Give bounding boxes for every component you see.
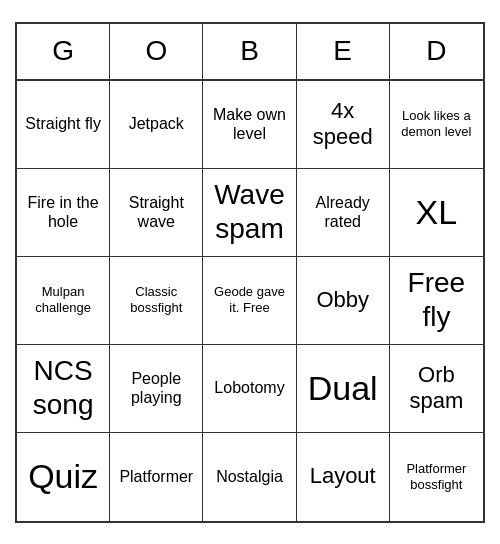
bingo-cell-text-14: Free fly <box>394 266 479 333</box>
bingo-cell-24[interactable]: Platformer bossfight <box>390 433 483 521</box>
bingo-cell-text-24: Platformer bossfight <box>394 461 479 492</box>
bingo-cell-text-19: Orb spam <box>394 362 479 415</box>
bingo-cell-text-13: Obby <box>301 287 385 313</box>
header-col-g: G <box>17 24 110 79</box>
bingo-cell-9[interactable]: XL <box>390 169 483 257</box>
header-col-e: E <box>297 24 390 79</box>
bingo-cell-18[interactable]: Dual <box>297 345 390 433</box>
bingo-cell-4[interactable]: Look likes a demon level <box>390 81 483 169</box>
bingo-cell-14[interactable]: Free fly <box>390 257 483 345</box>
bingo-cell-19[interactable]: Orb spam <box>390 345 483 433</box>
bingo-cell-20[interactable]: Quiz <box>17 433 110 521</box>
bingo-cell-1[interactable]: Jetpack <box>110 81 203 169</box>
bingo-cell-text-4: Look likes a demon level <box>394 108 479 139</box>
bingo-cell-text-21: Platformer <box>114 467 198 486</box>
bingo-cell-text-18: Dual <box>301 368 385 409</box>
bingo-cell-text-17: Lobotomy <box>207 378 291 397</box>
bingo-cell-text-1: Jetpack <box>114 114 198 133</box>
bingo-cell-text-3: 4x speed <box>301 98 385 151</box>
bingo-grid: Straight flyJetpackMake own level4x spee… <box>17 81 483 521</box>
bingo-card: GOBED Straight flyJetpackMake own level4… <box>15 22 485 523</box>
bingo-cell-3[interactable]: 4x speed <box>297 81 390 169</box>
bingo-cell-text-8: Already rated <box>301 193 385 231</box>
bingo-cell-10[interactable]: Mulpan challenge <box>17 257 110 345</box>
bingo-cell-text-2: Make own level <box>207 105 291 143</box>
bingo-cell-text-11: Classic bossfight <box>114 284 198 315</box>
bingo-cell-text-16: People playing <box>114 369 198 407</box>
bingo-cell-22[interactable]: Nostalgia <box>203 433 296 521</box>
bingo-cell-23[interactable]: Layout <box>297 433 390 521</box>
bingo-cell-text-5: Fire in the hole <box>21 193 105 231</box>
bingo-cell-17[interactable]: Lobotomy <box>203 345 296 433</box>
bingo-cell-text-20: Quiz <box>21 456 105 497</box>
bingo-header: GOBED <box>17 24 483 81</box>
bingo-cell-11[interactable]: Classic bossfight <box>110 257 203 345</box>
bingo-cell-2[interactable]: Make own level <box>203 81 296 169</box>
bingo-cell-text-22: Nostalgia <box>207 467 291 486</box>
bingo-cell-text-9: XL <box>394 192 479 233</box>
bingo-cell-21[interactable]: Platformer <box>110 433 203 521</box>
bingo-cell-13[interactable]: Obby <box>297 257 390 345</box>
bingo-cell-text-23: Layout <box>301 463 385 489</box>
bingo-cell-text-0: Straight fly <box>21 114 105 133</box>
bingo-cell-text-7: Wave spam <box>207 178 291 245</box>
bingo-cell-text-6: Straight wave <box>114 193 198 231</box>
header-col-o: O <box>110 24 203 79</box>
bingo-cell-8[interactable]: Already rated <box>297 169 390 257</box>
bingo-cell-text-10: Mulpan challenge <box>21 284 105 315</box>
bingo-cell-text-12: Geode gave it. Free <box>207 284 291 315</box>
bingo-cell-15[interactable]: NCS song <box>17 345 110 433</box>
header-col-d: D <box>390 24 483 79</box>
bingo-cell-6[interactable]: Straight wave <box>110 169 203 257</box>
bingo-cell-text-15: NCS song <box>21 354 105 421</box>
bingo-cell-7[interactable]: Wave spam <box>203 169 296 257</box>
bingo-cell-16[interactable]: People playing <box>110 345 203 433</box>
bingo-cell-0[interactable]: Straight fly <box>17 81 110 169</box>
header-col-b: B <box>203 24 296 79</box>
bingo-cell-5[interactable]: Fire in the hole <box>17 169 110 257</box>
bingo-cell-12[interactable]: Geode gave it. Free <box>203 257 296 345</box>
